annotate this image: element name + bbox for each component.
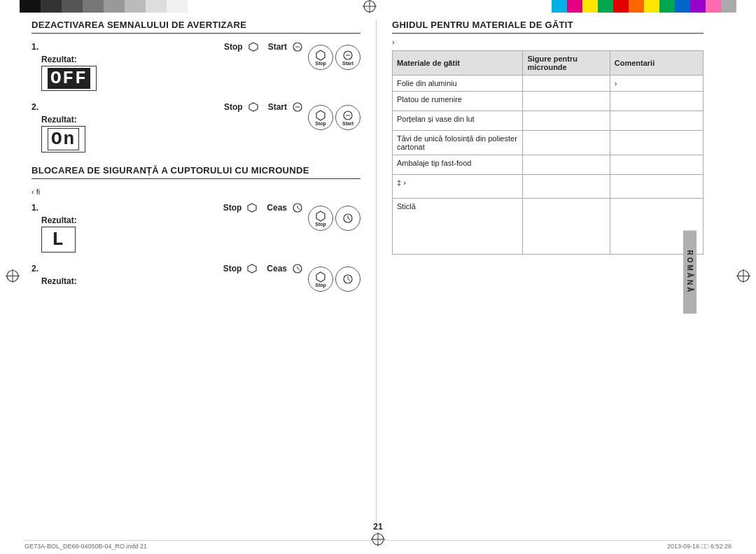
step4-ceas-label: Ceas [267,264,287,274]
svg-marker-29 [248,264,256,273]
cell-material-5: Ambalaje tip fast-food [393,155,523,175]
clock-icon-3 [293,203,302,213]
section2: BLOCAREA DE SIGURANȚĂ A CUPTORULUI CU MI… [31,165,360,292]
rezultat1-label: Rezultat: [41,55,302,64]
svg-marker-21 [248,204,256,212]
step3-header: 1. Stop Ceas [31,203,302,213]
start-icon-1 [293,42,302,52]
step4-content: 2. Stop Ceas Rezultat: [31,264,302,287]
step2-header: 2. Stop Start [31,102,302,112]
column-divider [376,20,377,525]
color-block-green2 [659,0,675,13]
step3-number: 1. [31,203,38,213]
svg-line-32 [298,269,300,270]
stop-svg-3 [315,211,326,222]
cell-material-3: Porțelan și vase din lut [393,111,523,131]
color-block-green1 [598,0,613,13]
svg-marker-9 [249,43,258,51]
stop-icon-3 [247,203,257,213]
step1-row: 1. Stop Start Rezultat: OFF S [31,42,360,91]
step1-header: 1. Stop Start [31,42,302,52]
section2-title: BLOCAREA DE SIGURANȚĂ A CUPTORULUI CU MI… [31,165,360,179]
color-block-pink [706,0,721,13]
sidebar-language-label: ROMÂNĂ [683,231,696,314]
col-header-comentarii: Comentarii [610,51,703,76]
clock-icon-4 [293,264,302,274]
stop-button-4-label: Stop [315,283,326,287]
step1-stop-label: Stop [224,42,243,52]
start-button-2[interactable]: Start [335,105,360,130]
table-row: Folie din aluminiu › [393,76,704,92]
stop-button-2-label: Stop [315,121,326,126]
rezultat2-label: Rezultat: [41,115,302,125]
color-block-gray3 [83,0,104,13]
svg-marker-18 [316,111,325,120]
cell-material-6: ‡ › [393,175,523,199]
stop-button-3[interactable]: Stop [308,206,333,231]
display3-text: L [49,229,68,250]
cell-sigure-3 [523,111,610,131]
stop-button-4[interactable]: Stop [308,267,333,292]
color-block-orange [629,0,644,13]
display2-text: On [48,128,79,150]
step1-start-label: Start [268,42,287,52]
step2-number: 2. [31,102,38,112]
color-block-white [167,0,188,13]
cell-sigure-7 [523,199,610,255]
footer-left: GE73A-BOL_DE68-04050B-04_RO.indd 21 [24,543,147,550]
step4-number: 2. [31,264,38,274]
svg-line-36 [348,279,350,280]
stop-icon-4 [247,264,257,274]
step3-stop-label: Stop [223,203,242,213]
cell-comentarii-3 [610,111,703,131]
stop-icon-2 [248,102,258,112]
arrow-indicator: › [392,38,704,46]
stop-svg-1 [315,50,326,61]
col-header-sigure: Sigure pentru microunde [523,51,610,76]
color-block-gray2 [62,0,83,13]
stop-button-1-label: Stop [315,61,326,66]
table-row: Sticlă [393,199,704,255]
step4-header: 2. Stop Ceas [31,264,302,274]
col-header-material: Materiale de gătit [393,51,523,76]
step1-number: 1. [31,42,38,52]
step2-content: 2. Stop Start Rezultat: On [31,102,302,152]
stop-button-3-label: Stop [315,222,326,227]
stop-button-1[interactable]: Stop [308,45,333,70]
svg-line-24 [298,208,300,209]
table-row: Porțelan și vase din lut [393,111,704,131]
step1-buttons: Stop Start [308,45,360,70]
start-icon-2 [293,102,302,112]
step2-stop-label: Stop [224,102,243,112]
section1-title: DEZACTIVAREA SEMNALULUI DE AVERTIZARE [31,20,360,34]
color-block-magenta [567,0,582,13]
cell-comentarii-2 [610,92,703,111]
start-button-1[interactable]: Start [335,45,360,70]
footer-right: 2013-09-16 □□ 6:52:26 [667,543,732,550]
cell-material-2: Platou de rumenire [393,92,523,111]
display1-text: OFF [48,68,90,89]
rezultat4-label: Rezultat: [41,276,302,286]
start-svg-1 [342,50,354,61]
right-column: GHIDUL PENTRU MATERIALE DE GĂTIT › Mater… [392,20,724,525]
rezultat3-label: Rezultat: [41,215,302,225]
stop-button-2[interactable]: Stop [308,105,333,130]
cell-comentarii-6 [610,175,703,199]
svg-line-28 [348,218,350,220]
color-block-lgray [721,0,736,13]
svg-marker-33 [316,272,325,282]
color-block-gray5 [125,0,146,13]
step4-stop-label: Stop [223,264,242,274]
clock-button-3[interactable] [335,206,360,231]
cell-material-7: Sticlă [393,199,523,255]
cell-sigure-2 [523,92,610,111]
step3-ceas-label: Ceas [267,203,287,213]
color-block-blue [675,0,690,13]
materials-table: Materiale de gătit Sigure pentru microun… [392,50,704,255]
color-block-yellow [582,0,598,13]
clock-button-4[interactable] [335,267,360,292]
color-block-purple [690,0,706,13]
color-block-yellow2 [644,0,659,13]
step3-row: 1. Stop Ceas Rezultat: L [31,203,360,253]
left-column: DEZACTIVAREA SEMNALULUI DE AVERTIZARE 1.… [31,20,360,525]
